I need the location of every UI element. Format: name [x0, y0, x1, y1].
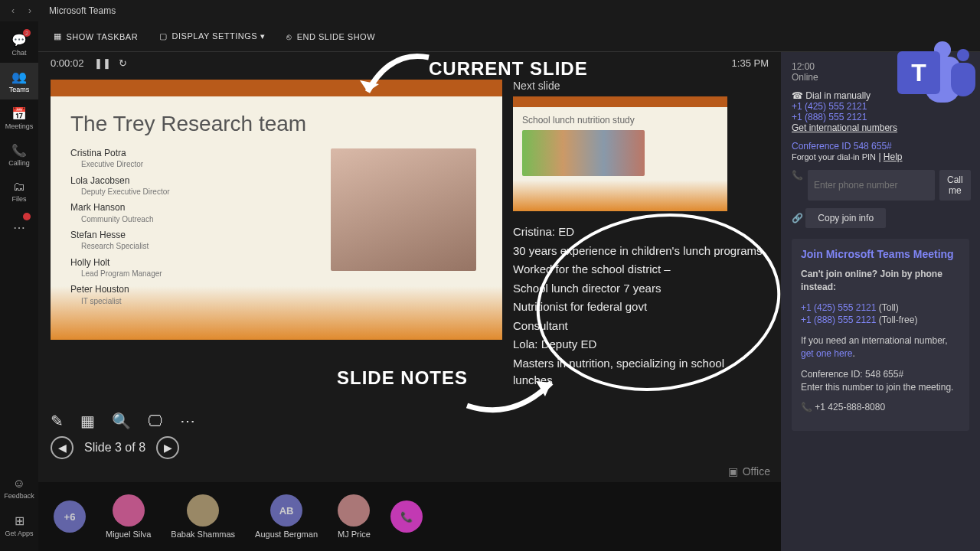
end-slideshow-button[interactable]: ⎋END SLIDE SHOW — [286, 32, 375, 41]
toll-number-link[interactable]: +1 (425) 555 2121 — [792, 101, 867, 112]
forward-button[interactable]: › — [23, 4, 37, 18]
logo-head2-icon — [957, 49, 969, 61]
avatar: 📞 — [390, 500, 423, 533]
next-slide-label: Next slide — [513, 80, 769, 92]
speaker-notes[interactable]: Cristina: ED 30 years experience in chil… — [513, 223, 769, 392]
avatar — [338, 494, 370, 527]
note-line: Nutritionist for federal govt — [513, 298, 763, 316]
help-link[interactable]: Help — [884, 152, 903, 162]
feedback-icon: ☺ — [13, 477, 25, 491]
apps-icon: ⊞ — [15, 514, 24, 528]
avatar — [113, 494, 145, 527]
rail-feedback[interactable]: ☺Feedback — [0, 470, 38, 507]
timer-row: 0:00:02 ❚❚ ↻ 1:35 PM — [38, 52, 781, 73]
slide-title: The Trey Research team — [70, 112, 482, 136]
slide-photo — [331, 148, 476, 271]
main-area: ▦SHOW TASKBAR ▢DISPLAY SETTINGS ▾ ⎋END S… — [38, 21, 980, 551]
note-line: Masters in nutrition, specializing in sc… — [513, 355, 763, 390]
rail-more[interactable]: ⋯ — [0, 210, 38, 246]
participant[interactable]: ABAugust Bergman — [255, 494, 318, 539]
note-line: 30 years experience in children's lunch … — [513, 243, 763, 260]
list-item: Peter HoustonIT specialist — [70, 283, 482, 306]
tollfree-number-link[interactable]: +1 (888) 555 2121 — [792, 112, 867, 122]
display-icon: ▢ — [159, 31, 168, 41]
show-taskbar-button[interactable]: ▦SHOW TASKBAR — [54, 31, 138, 41]
call-me-button[interactable]: Call me — [939, 170, 971, 201]
slide-counter: Slide 3 of 8 — [84, 441, 145, 455]
more-icon: ⋯ — [13, 220, 25, 235]
annotation-slide-notes: SLIDE NOTES — [337, 367, 468, 389]
conference-id-row: Conference ID 548 655# Forgot your dial-… — [792, 141, 969, 162]
pause-timer-button[interactable]: ❚❚ — [94, 57, 111, 69]
see-all-slides-button[interactable]: ▦ — [80, 412, 95, 430]
end-icon: ⎋ — [286, 32, 292, 41]
presenter-toolbar: ▦SHOW TASKBAR ▢DISPLAY SETTINGS ▾ ⎋END S… — [38, 21, 980, 52]
window-title: Microsoft Teams — [49, 5, 116, 16]
rail-teams[interactable]: 👥Teams — [0, 63, 38, 99]
meeting-details-panel: 12:00Online ☎ Dial in manually +1 (425) … — [781, 52, 980, 551]
participant[interactable]: Babak Shammas — [171, 494, 235, 539]
office-brand: ▣ Office — [728, 465, 770, 478]
next-slide-image — [522, 130, 645, 176]
rail-calling[interactable]: 📞Calling — [0, 136, 38, 173]
more-options-button[interactable]: ⋯ — [180, 412, 195, 430]
prev-slide-button[interactable]: ◀ — [51, 436, 74, 459]
avatar: +6 — [54, 500, 86, 533]
app-rail: 💬Chat2 👥Teams 📅Meetings 📞Calling 🗂Files … — [0, 21, 38, 551]
join-info-block: Join Microsoft Teams Meeting Can't join … — [792, 239, 969, 431]
get-intl-link[interactable]: get one here — [801, 348, 852, 359]
taskbar-icon: ▦ — [54, 31, 62, 41]
back-button[interactable]: ‹ — [6, 4, 20, 18]
next-slide-button[interactable]: ▶ — [156, 436, 179, 459]
black-screen-button[interactable]: 🖵 — [148, 412, 163, 430]
note-line: Consultant — [513, 318, 763, 335]
join-title: Join Microsoft Teams Meeting — [801, 248, 960, 260]
note-line: Lola: Deputy ED — [513, 336, 763, 354]
current-slide[interactable]: The Trey Research team Cristina PotraExe… — [51, 80, 502, 340]
pen-tool-button[interactable]: ✎ — [51, 412, 64, 430]
teams-logo-overlay: T — [865, 31, 972, 115]
participant[interactable]: Miguel Silva — [106, 494, 151, 539]
rail-meetings[interactable]: 📅Meetings — [0, 99, 38, 136]
rail-getapps[interactable]: ⊞Get Apps — [0, 507, 38, 543]
teams-icon: 👥 — [11, 70, 27, 84]
presenter-controls: ✎ ▦ 🔍 🖵 ⋯ ◀ Slide 3 of 8 ▶ — [38, 406, 781, 482]
calling-icon: 📞 — [11, 143, 27, 158]
participant[interactable]: 📞 — [390, 500, 423, 533]
note-line: Nutrition consultant for school district — [513, 391, 763, 393]
participant[interactable]: MJ Price — [338, 494, 371, 539]
zoom-button[interactable]: 🔍 — [112, 412, 131, 430]
intl-numbers-link[interactable]: Get international numbers — [792, 122, 897, 133]
files-icon: 🗂 — [13, 180, 25, 194]
conference-id-link[interactable]: Conference ID 548 655# — [792, 141, 892, 152]
meetings-icon: 📅 — [11, 106, 27, 121]
presenter-view: 0:00:02 ❚❚ ↻ 1:35 PM The Trey Research t… — [38, 52, 781, 482]
logo-square-icon: T — [897, 51, 940, 94]
note-line: Cristina: ED — [513, 223, 763, 241]
display-settings-button[interactable]: ▢DISPLAY SETTINGS ▾ — [159, 31, 265, 41]
chat-badge: 2 — [23, 29, 31, 37]
clock-time: 1:35 PM — [732, 57, 769, 69]
copy-join-info-button[interactable]: Copy join info — [805, 208, 886, 228]
phone-number-input[interactable] — [808, 170, 935, 201]
participants-strip: +6 Miguel Silva Babak Shammas ABAugust B… — [38, 482, 781, 551]
reset-timer-button[interactable]: ↻ — [119, 57, 127, 69]
next-slide-thumbnail[interactable]: School lunch nutrition study — [513, 96, 727, 211]
annotation-current-slide: CURRENT SLIDE — [429, 58, 588, 80]
avatar: AB — [270, 494, 302, 527]
logo-body2-icon — [951, 63, 975, 96]
toll-link2[interactable]: +1 (425) 555 2121 — [801, 302, 876, 313]
note-line: Worked for the school district – — [513, 261, 763, 279]
note-line: School lunch director 7 years — [513, 280, 763, 298]
elapsed-timer: 0:00:02 — [51, 57, 83, 69]
rail-files[interactable]: 🗂Files — [0, 173, 38, 210]
overflow-participants[interactable]: +6 — [54, 500, 86, 533]
rail-chat[interactable]: 💬Chat2 — [0, 26, 38, 63]
tollfree-link2[interactable]: +1 (888) 555 2121 — [801, 315, 876, 325]
next-slide-title: School lunch nutrition study — [522, 115, 718, 126]
avatar — [187, 494, 219, 527]
call-me-row: 📞 Call me — [792, 170, 969, 201]
title-bar: ‹ › Microsoft Teams — [0, 0, 980, 21]
